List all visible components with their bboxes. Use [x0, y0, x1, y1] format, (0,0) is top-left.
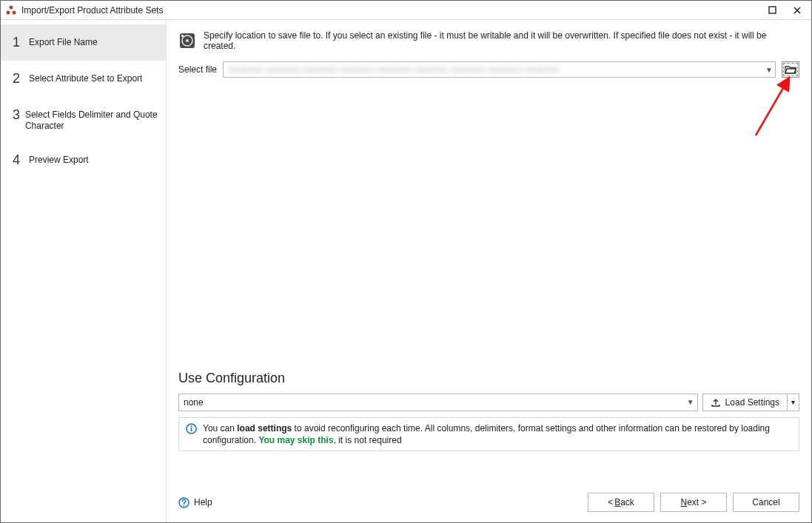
wizard-sidebar: 1 Export File Name 2 Select Attribute Se…	[1, 20, 167, 522]
wizard-step-3[interactable]: 3 Select Fields Delimiter and Quote Char…	[1, 97, 166, 142]
use-configuration-heading: Use Configuration	[178, 371, 799, 386]
use-configuration-section: Use Configuration none ▼ Load Settings	[178, 368, 799, 451]
step-number: 1	[13, 35, 29, 50]
wizard-body: 1 Export File Name 2 Select Attribute Se…	[1, 20, 811, 522]
configuration-value: none	[179, 397, 684, 408]
step-label: Select Attribute Set to Export	[29, 71, 142, 84]
load-settings-dropdown[interactable]: ▾	[788, 394, 799, 411]
load-settings-button[interactable]: Load Settings	[702, 394, 788, 411]
svg-point-2	[13, 10, 16, 14]
step-number: 4	[13, 152, 29, 168]
svg-point-10	[190, 425, 192, 427]
titlebar: Import/Export Product Attribute Sets	[1, 1, 811, 20]
configuration-combo[interactable]: none ▼	[178, 394, 698, 411]
wizard-footer: Help < Back Next > Cancel	[178, 493, 799, 512]
step-label: Export File Name	[29, 35, 98, 48]
app-icon	[5, 4, 17, 16]
instruction-row: Specify location to save file to. If you…	[178, 30, 799, 51]
next-button[interactable]: Next >	[660, 493, 727, 512]
svg-point-13	[184, 505, 185, 506]
svg-rect-7	[181, 35, 184, 37]
svg-rect-11	[190, 428, 192, 431]
configuration-row: none ▼ Load Settings ▾	[178, 394, 799, 411]
chevron-down-icon: ▼	[763, 66, 775, 74]
configuration-info: You can load settings to avoid reconfigu…	[178, 417, 799, 451]
load-settings-label: Load Settings	[725, 397, 779, 408]
close-button[interactable]	[785, 1, 810, 19]
configuration-info-text: You can load settings to avoid reconfigu…	[203, 422, 793, 446]
load-settings-split-button: Load Settings ▾	[702, 394, 799, 411]
help-label: Help	[194, 497, 212, 507]
disk-icon	[178, 32, 196, 50]
select-file-combo[interactable]: redacted redacted redacted redacted reda…	[223, 61, 776, 78]
select-file-value: redacted redacted redacted redacted reda…	[224, 64, 763, 75]
wizard-step-1[interactable]: 1 Export File Name	[1, 24, 166, 61]
wizard-main: Specify location to save file to. If you…	[167, 20, 811, 522]
step-label: Select Fields Delimiter and Quote Charac…	[25, 107, 158, 132]
select-file-row: Select file redacted redacted redacted r…	[178, 61, 799, 78]
svg-point-1	[7, 10, 10, 14]
wizard-step-2[interactable]: 2 Select Attribute Set to Export	[1, 61, 166, 97]
step-number: 3	[13, 107, 25, 123]
step-label: Preview Export	[29, 152, 89, 166]
select-file-label: Select file	[178, 64, 217, 75]
cancel-button[interactable]: Cancel	[733, 493, 799, 512]
svg-rect-3	[769, 7, 776, 13]
browse-file-button[interactable]	[782, 61, 799, 78]
help-icon	[178, 497, 189, 508]
instruction-text: Specify location to save file to. If you…	[204, 30, 799, 51]
maximize-button[interactable]	[759, 1, 785, 19]
help-link[interactable]: Help	[178, 497, 212, 508]
window-title: Import/Export Product Attribute Sets	[21, 5, 163, 16]
step-number: 2	[13, 71, 29, 87]
wizard-window: Import/Export Product Attribute Sets 1 E…	[0, 0, 812, 523]
back-button[interactable]: < Back	[588, 493, 654, 512]
chevron-down-icon: ▼	[684, 398, 697, 406]
upload-icon	[711, 397, 721, 408]
svg-point-0	[10, 5, 13, 9]
info-icon	[185, 423, 197, 435]
wizard-step-4[interactable]: 4 Preview Export	[1, 142, 166, 178]
svg-point-6	[186, 39, 189, 42]
